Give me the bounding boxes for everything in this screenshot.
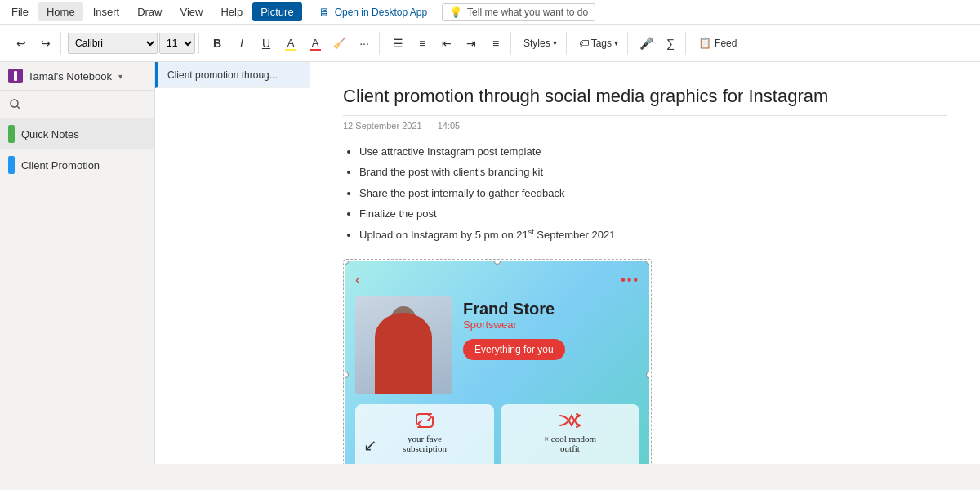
menu-draw[interactable]: Draw	[129, 2, 170, 21]
outdent-button[interactable]: ⇤	[435, 32, 458, 55]
resize-handle-topleft[interactable]	[345, 261, 349, 265]
notebook-icon	[8, 69, 23, 83]
page-title-text: Client promotion throug...	[167, 69, 278, 81]
resize-handle-topright[interactable]	[646, 261, 649, 265]
undo-redo-group: ↩ ↪	[7, 32, 61, 55]
bullet-1: Use attractive Instagram post template	[359, 144, 947, 160]
eraser-button[interactable]: 🧹	[328, 32, 351, 55]
bullet-5: Upload on Instagram by 5 pm on 21st Sept…	[359, 227, 947, 243]
font-selector[interactable]: Calibri	[68, 33, 158, 54]
section-label-quick-notes: Quick Notes	[21, 128, 79, 140]
notebook-header[interactable]: Tamal's Notebook ▾	[0, 62, 154, 91]
resize-handle-top[interactable]	[494, 261, 501, 265]
page-item-1[interactable]: Client promotion throug...	[155, 62, 310, 88]
font-size-selector[interactable]: 11	[159, 33, 195, 54]
sidebar-item-quick-notes[interactable]: Quick Notes	[0, 118, 154, 149]
section-color-quick-notes	[8, 125, 15, 143]
ig-main-content: Frand Store Sportswear Everything for yo…	[355, 296, 639, 394]
svg-line-1	[17, 106, 20, 109]
search-icon[interactable]	[7, 96, 24, 114]
font-color-button[interactable]: A	[304, 32, 327, 55]
ig-photo	[355, 296, 452, 394]
underline-button[interactable]: U	[255, 32, 278, 55]
tags-button[interactable]: 🏷Tags▾	[573, 32, 624, 55]
sidebar: Tamal's Notebook ▾ Quick Notes Client Pr…	[0, 62, 155, 464]
sidebar-search[interactable]	[0, 91, 154, 118]
note-meta: 12 September 2021 14:05	[343, 121, 947, 131]
svg-point-0	[11, 100, 18, 107]
content-area: Client promotion through social media gr…	[310, 62, 980, 464]
ig-back-icon[interactable]: ‹	[355, 271, 360, 288]
styles-dropdown-button[interactable]: Styles▾	[518, 32, 563, 55]
ig-card-wrapper[interactable]: ‹ ••• Frand Store	[343, 259, 652, 464]
menu-insert[interactable]: Insert	[85, 2, 128, 21]
menu-help[interactable]: Help	[212, 2, 251, 21]
ig-bottom-cards: ↙ your favesubscription	[355, 404, 639, 464]
redo-button[interactable]: ↪	[34, 32, 57, 55]
note-title: Client promotion through social media gr…	[343, 85, 947, 116]
ig-bottom-card-outfit: × cool randomoutfit	[501, 404, 639, 464]
person-body	[375, 313, 432, 394]
note-bullets: Use attractive Instagram post template B…	[359, 144, 947, 243]
highlight-button[interactable]: A	[279, 32, 302, 55]
arrow-decoration: ↙	[363, 435, 377, 455]
note-time: 14:05	[438, 121, 461, 131]
italic-button[interactable]: I	[230, 32, 253, 55]
undo-button[interactable]: ↩	[10, 32, 33, 55]
styles-group: Styles▾	[514, 32, 567, 55]
tell-me-input[interactable]: 💡 Tell me what you want to do	[442, 3, 595, 21]
bold-button[interactable]: B	[206, 32, 229, 55]
font-family-group: Calibri 11	[65, 33, 199, 54]
menu-picture[interactable]: Picture	[252, 2, 301, 21]
ig-bottom-card-subscription: ↙ your favesubscription	[355, 404, 494, 464]
feed-button[interactable]: 📋Feed	[693, 32, 742, 55]
more-format-button[interactable]: ···	[353, 32, 376, 55]
section-label-client-promotion: Client Promotion	[21, 159, 100, 172]
superscript-st: st	[528, 228, 534, 236]
resize-handle-right[interactable]	[646, 372, 649, 378]
main-layout: Tamal's Notebook ▾ Quick Notes Client Pr…	[0, 62, 980, 464]
ig-cta-button[interactable]: Everything for you	[463, 339, 565, 360]
ig-card-text-subscription: your favesubscription	[362, 434, 488, 453]
shuffle-icon	[507, 412, 633, 429]
bullet-2: Brand the post with client's branding ki…	[359, 164, 947, 180]
ig-card: ‹ ••• Frand Store	[345, 261, 649, 464]
dictate-group: 🎤 ∑	[631, 32, 686, 55]
toolbar: ↩ ↪ Calibri 11 B I U A A 🧹 ··· ☰ ≡ ⇤ ⇥ ≡…	[0, 24, 980, 62]
menu-view[interactable]: View	[172, 2, 212, 21]
ig-brand-sub: Sportswear	[463, 318, 639, 331]
tags-group: 🏷Tags▾	[570, 32, 628, 55]
ig-more-icon[interactable]: •••	[621, 273, 639, 287]
ig-card-topbar: ‹ •••	[355, 271, 639, 288]
math-button[interactable]: ∑	[659, 32, 682, 55]
ig-card-text-outfit: × cool randomoutfit	[507, 434, 633, 453]
menu-file[interactable]: File	[3, 2, 37, 21]
note-date: 12 September 2021	[343, 121, 422, 131]
dictate-button[interactable]: 🎤	[635, 32, 657, 55]
ig-brand-name: Frand Store	[463, 300, 639, 318]
notebook-name: Tamal's Notebook	[28, 70, 112, 82]
align-button[interactable]: ≡	[484, 32, 507, 55]
open-desktop-button[interactable]: 🖥 Open in Desktop App	[312, 6, 434, 19]
text-format-group: B I U A A 🧹 ···	[203, 32, 380, 55]
notebook-chevron-icon: ▾	[118, 72, 122, 81]
list-group: ☰ ≡ ⇤ ⇥ ≡	[383, 32, 511, 55]
bullet-4: Finalize the post	[359, 206, 947, 222]
numbering-button[interactable]: ≡	[411, 32, 434, 55]
page-list: Client promotion throug...	[155, 62, 310, 464]
bullet-3: Share the post internally to gather feed…	[359, 185, 947, 202]
menu-home[interactable]: Home	[38, 2, 83, 21]
bullets-button[interactable]: ☰	[386, 32, 409, 55]
sidebar-item-client-promotion[interactable]: Client Promotion	[0, 149, 154, 180]
menu-bar: File Home Insert Draw View Help Picture …	[0, 0, 980, 24]
section-color-client-promotion	[8, 156, 15, 174]
feed-group: 📋Feed	[689, 32, 746, 55]
ig-brand-info: Frand Store Sportswear Everything for yo…	[463, 296, 639, 360]
indent-button[interactable]: ⇥	[460, 32, 483, 55]
resize-handle-left[interactable]	[345, 372, 349, 378]
repeat-icon	[362, 412, 488, 429]
note-body: Use attractive Instagram post template B…	[343, 144, 947, 464]
